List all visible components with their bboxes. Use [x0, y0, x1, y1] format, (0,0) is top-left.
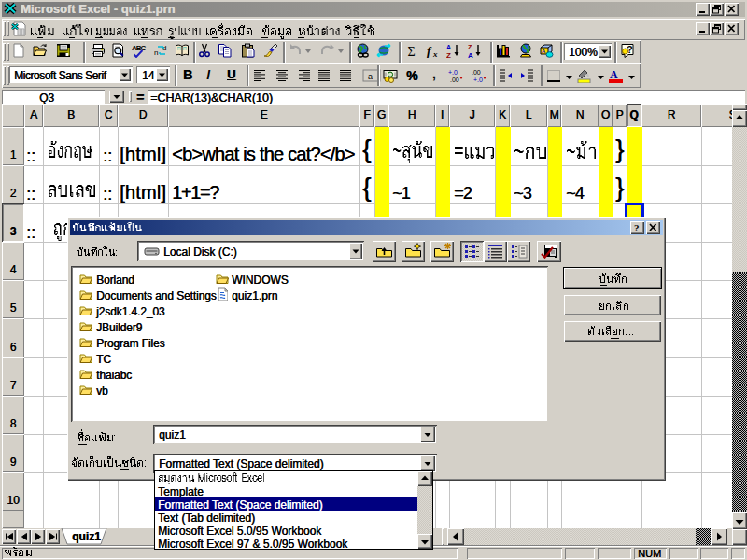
svg-text:?: ? [634, 222, 640, 233]
